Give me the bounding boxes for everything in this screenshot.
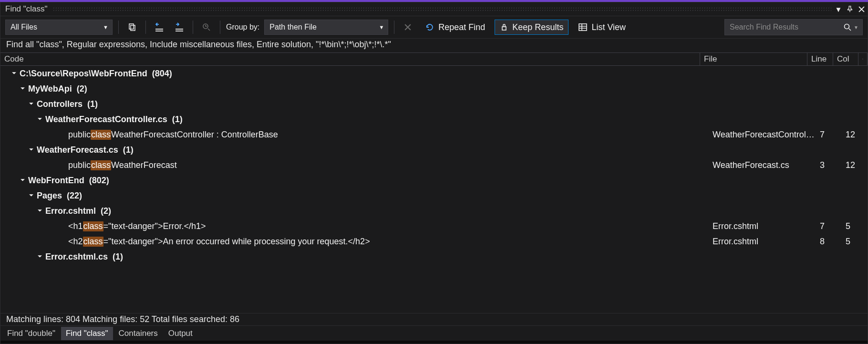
group-count: (2) [72,84,87,94]
expander-icon[interactable] [36,208,43,214]
search-summary: Find all "class", Regular expressions, I… [0,39,868,52]
copy-icon[interactable] [124,20,140,35]
tree-group[interactable]: Controllers (1) [0,96,868,112]
search-results-input[interactable] [730,23,843,31]
match-line: 3 [816,160,842,170]
panel-title: Find "class" [5,4,48,14]
group-label: WeatherForecast.cs [37,145,118,155]
scope-combo[interactable]: All Files ▼ [5,20,113,35]
match-col: 12 [842,130,867,140]
group-count: (1) [167,115,183,125]
match-highlight: class [91,160,111,170]
match-col: 5 [842,237,867,247]
groupby-label: Group by: [226,23,259,31]
group-count: (1) [118,145,134,155]
results-tree[interactable]: C:\Source\Repos\WebFrontEnd (804)MyWebAp… [0,66,868,313]
toolbar-separator [145,21,146,34]
match-line: 7 [816,221,842,231]
match-before: public [68,130,91,140]
match-after: ="text-danger">An error occurred while p… [103,237,370,247]
group-label: Error.cshtml [45,206,96,216]
window-menu-icon[interactable]: ▼ [834,5,843,13]
toolbar-separator [394,21,394,34]
search-results-box[interactable]: ▼ [724,19,863,35]
svg-rect-4 [579,24,587,31]
result-row[interactable]: public class WeatherForecastWeatherForec… [0,157,868,173]
filter-icon[interactable] [199,20,214,35]
group-label: WeatherForecastController.cs [45,115,167,125]
repeat-find-button[interactable]: Repeat Find [420,20,490,35]
result-row[interactable]: <h2 class="text-danger">An error occurre… [0,234,868,249]
match-line: 8 [816,237,842,247]
bottom-tab[interactable]: Output [164,327,197,340]
chevron-down-icon: ▼ [103,24,108,30]
tree-group[interactable]: C:\Source\Repos\WebFrontEnd (804) [0,66,868,81]
column-headers: Code File Line Col [0,52,868,66]
match-before: <h2 [68,237,83,247]
tree-group[interactable]: Error.cshtml.cs (1) [0,249,868,264]
list-view-label: List View [591,22,626,32]
bottom-tabs: Find "double"Find "class"ContainersOutpu… [0,325,868,341]
expander-icon[interactable] [10,71,18,76]
list-view-button[interactable]: List View [573,20,630,35]
expander-icon[interactable] [27,147,35,153]
result-row[interactable]: <h1 class="text-danger">Error.</h1>Error… [0,219,868,234]
column-header-line[interactable]: Line [807,53,833,65]
toolbar-separator [118,21,119,34]
match-line: 7 [816,130,842,140]
group-label: WebFrontEnd [28,176,84,186]
pin-icon[interactable] [846,5,854,13]
expander-icon[interactable] [27,102,35,107]
chevron-down-icon: ▼ [379,24,384,30]
bottom-tab[interactable]: Containers [114,327,163,340]
svg-rect-1 [131,25,135,31]
bottom-tab[interactable]: Find "double" [2,327,60,340]
next-result-icon[interactable] [172,20,187,35]
tree-group[interactable]: WebFrontEnd (802) [0,173,868,188]
group-label: MyWebApi [28,84,72,94]
expander-icon[interactable] [36,254,43,260]
match-file: WeatherForecastControlle… [709,130,816,140]
expander-icon[interactable] [19,86,26,92]
column-header-file[interactable]: File [700,53,807,65]
match-file: Error.cshtml [709,221,816,231]
group-count: (802) [84,176,109,186]
match-col: 12 [842,160,867,170]
match-after: WeatherForecast [111,160,177,170]
titlebar-grip[interactable] [52,7,831,11]
tree-group[interactable]: Pages (22) [0,188,868,203]
bottom-hairline [0,341,868,344]
tree-group[interactable]: WeatherForecast.cs (1) [0,142,868,157]
tree-group[interactable]: Error.cshtml (2) [0,203,868,219]
column-header-col[interactable]: Col [833,53,858,65]
tree-group[interactable]: MyWebApi (2) [0,81,868,96]
match-before: <h1 [68,221,83,231]
column-header-scroll [858,53,868,65]
tree-group[interactable]: WeatherForecastController.cs (1) [0,112,868,127]
match-highlight: class [83,221,103,231]
status-line: Matching lines: 804 Matching files: 52 T… [0,313,868,325]
groupby-combo[interactable]: Path then File ▼ [264,20,388,35]
match-after: ="text-danger">Error.</h1> [103,221,206,231]
column-header-code[interactable]: Code [0,53,700,65]
match-highlight: class [83,237,103,247]
expander-icon[interactable] [19,178,26,183]
search-icon[interactable] [843,23,852,31]
bottom-tab[interactable]: Find "class" [61,327,113,340]
expander-icon[interactable] [36,117,43,122]
result-row[interactable]: public class WeatherForecastController :… [0,127,868,142]
svg-rect-0 [129,24,134,29]
group-label: Error.cshtml.cs [45,252,108,262]
group-count: (1) [83,99,98,109]
keep-results-button[interactable]: Keep Results [495,20,568,35]
group-count: (1) [108,252,123,262]
group-label: Controllers [37,99,83,109]
close-icon[interactable] [857,5,866,13]
previous-result-icon[interactable] [152,20,167,35]
group-label: Pages [37,191,62,201]
cancel-search-icon[interactable] [400,20,415,35]
group-label: C:\Source\Repos\WebFrontEnd [20,69,147,79]
chevron-down-icon[interactable]: ▼ [854,25,858,30]
keep-results-label: Keep Results [512,22,563,32]
expander-icon[interactable] [27,193,35,198]
